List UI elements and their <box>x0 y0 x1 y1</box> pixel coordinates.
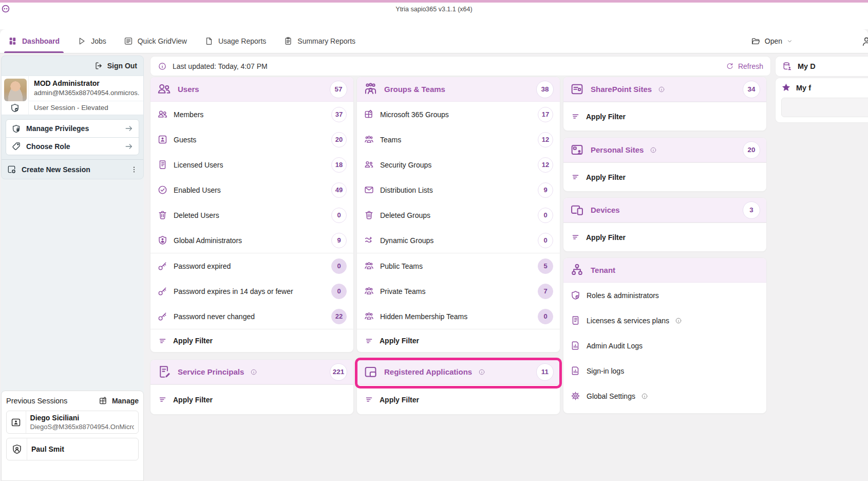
card-row[interactable]: Guests 20 <box>150 127 353 152</box>
previous-session-item[interactable]: Diego Siciliani DiegoS@M365x88704954.OnM… <box>6 411 139 434</box>
my-data-button[interactable]: My D <box>776 57 868 76</box>
user-name: MOD Administrator <box>34 79 139 87</box>
dynamic-groups-icon <box>364 235 374 246</box>
card-row[interactable]: Public Teams 5 <box>357 253 560 279</box>
filter-icon <box>364 395 374 404</box>
card-row[interactable]: Deleted Users 0 <box>150 202 353 228</box>
users-card-header[interactable]: Users 57 <box>150 77 353 102</box>
open-button[interactable]: Open <box>751 29 793 53</box>
filter-icon <box>571 232 580 242</box>
card-row[interactable]: Deleted Groups 0 <box>357 202 560 228</box>
last-updated-bar: Last updated: Today, 4:07 PM Refresh <box>150 57 770 76</box>
create-new-session-button[interactable]: Create New Session <box>2 159 143 179</box>
tab-jobs[interactable]: Jobs <box>77 29 106 53</box>
card-row[interactable]: Distribution Lists 9 <box>357 177 560 202</box>
add-square-icon <box>7 164 16 174</box>
count-badge: 0 <box>538 208 553 223</box>
refresh-button[interactable]: Refresh <box>726 62 763 70</box>
refresh-icon <box>726 62 734 70</box>
apply-filter-button[interactable]: Apply Filter <box>150 384 353 414</box>
gear-icon <box>570 391 581 401</box>
account-icon[interactable] <box>861 36 868 47</box>
tab-quick-gridview[interactable]: Quick GridView <box>124 29 187 53</box>
tenant-icon <box>570 263 584 278</box>
tab-summary-reports[interactable]: Summary Reports <box>284 29 355 53</box>
tenant-card: Tenant Roles & administrators Licenses &… <box>563 258 766 413</box>
check-circle-icon <box>157 184 168 195</box>
card-row[interactable]: Members 37 <box>150 102 353 127</box>
apply-filter-button[interactable]: Apply Filter <box>563 223 766 251</box>
person-badge-icon <box>7 411 26 433</box>
service-principals-card-header[interactable]: Service Principals 221 <box>150 360 353 384</box>
card-row[interactable]: Teams 12 <box>357 127 560 152</box>
card-row[interactable]: Global Settings <box>563 383 766 409</box>
count-badge: 0 <box>331 284 347 299</box>
kebab-menu-icon[interactable] <box>130 165 138 174</box>
count-badge: 3 <box>743 201 760 219</box>
card-row[interactable]: Licenses & services plans <box>563 308 766 333</box>
card-row[interactable]: Hidden Membership Teams 0 <box>357 304 560 329</box>
apply-filter-button[interactable]: Apply Filter <box>563 162 766 191</box>
sharepoint-sites-card-header[interactable]: SharePoint Sites 34 <box>563 77 766 102</box>
window-title: Ytria sapio365 v3.1.1 (x64) <box>0 6 868 13</box>
star-icon <box>781 83 791 92</box>
registered-apps-icon <box>363 364 378 379</box>
card-row[interactable]: Password expires in 14 days or fewer 0 <box>150 279 353 304</box>
manage-privileges-button[interactable]: Manage Privileges <box>6 120 139 137</box>
groups-teams-card-header[interactable]: Groups & Teams 38 <box>357 77 560 102</box>
dashboard-icon <box>8 36 17 46</box>
count-badge: 0 <box>331 208 347 223</box>
choose-role-button[interactable]: Choose Role <box>6 137 139 155</box>
card-row[interactable]: Dynamic Groups 0 <box>357 228 560 253</box>
count-badge: 20 <box>331 132 347 147</box>
count-badge: 17 <box>538 107 553 122</box>
apply-filter-button[interactable]: Apply Filter <box>150 329 353 352</box>
apply-filter-button[interactable]: Apply Filter <box>357 384 560 414</box>
card-row[interactable]: Microsoft 365 Groups 17 <box>357 102 560 127</box>
sign-out-icon <box>94 61 103 70</box>
manage-grid-icon <box>99 396 108 405</box>
count-badge: 0 <box>538 233 553 248</box>
registered-applications-card-header[interactable]: Registered Applications 11 <box>357 360 560 384</box>
previous-session-item[interactable]: Paul Smit <box>6 438 139 460</box>
distribution-list-icon <box>364 184 374 195</box>
arrow-right-icon <box>124 142 134 151</box>
teams-icon <box>364 311 374 322</box>
card-row[interactable]: Security Groups 12 <box>357 152 560 177</box>
apply-filter-button[interactable]: Apply Filter <box>357 329 560 352</box>
session-status: User Session - Elevated <box>28 101 143 115</box>
quick-gridview-icon <box>124 36 133 46</box>
sign-out-button[interactable]: Sign Out <box>94 61 137 70</box>
tenant-card-header[interactable]: Tenant <box>563 258 766 283</box>
count-badge: 34 <box>743 81 760 98</box>
info-icon <box>658 86 665 93</box>
count-badge: 9 <box>331 233 347 248</box>
card-row[interactable]: Password never changed 22 <box>150 304 353 329</box>
count-badge: 0 <box>331 258 347 274</box>
sharepoint-sites-card: SharePoint Sites 34 Apply Filter <box>563 77 766 131</box>
card-row[interactable]: Licensed Users 18 <box>150 152 353 177</box>
devices-card-header[interactable]: Devices 3 <box>563 198 766 223</box>
count-badge: 7 <box>538 284 553 299</box>
card-row[interactable]: Admin Audit Logs <box>563 333 766 358</box>
filter-icon <box>571 112 580 121</box>
card-row[interactable]: Global Administrators 9 <box>150 228 353 253</box>
tab-usage-reports[interactable]: Usage Reports <box>204 29 266 53</box>
manage-sessions-button[interactable]: Manage <box>99 396 139 405</box>
doc-chart-icon <box>570 340 581 351</box>
tag-icon <box>11 141 21 151</box>
filter-icon <box>158 395 167 404</box>
tab-dashboard[interactable]: Dashboard <box>8 29 60 53</box>
main-nav: Dashboard Jobs Quick GridView Usage Repo… <box>0 29 868 53</box>
my-favorites-card: My f <box>776 78 868 122</box>
card-row[interactable]: Enabled Users 49 <box>150 177 353 202</box>
sharepoint-icon <box>570 82 584 97</box>
card-row[interactable]: Roles & administrators <box>563 283 766 308</box>
apply-filter-button[interactable]: Apply Filter <box>563 102 766 131</box>
card-row[interactable]: Password expired 0 <box>150 253 353 279</box>
card-row[interactable]: Private Teams 7 <box>357 279 560 304</box>
personal-sites-card-header[interactable]: Personal Sites 20 <box>563 138 766 162</box>
personal-sites-icon <box>570 142 584 157</box>
card-row[interactable]: Sign-in logs <box>563 358 766 383</box>
count-badge: 18 <box>331 157 347 173</box>
